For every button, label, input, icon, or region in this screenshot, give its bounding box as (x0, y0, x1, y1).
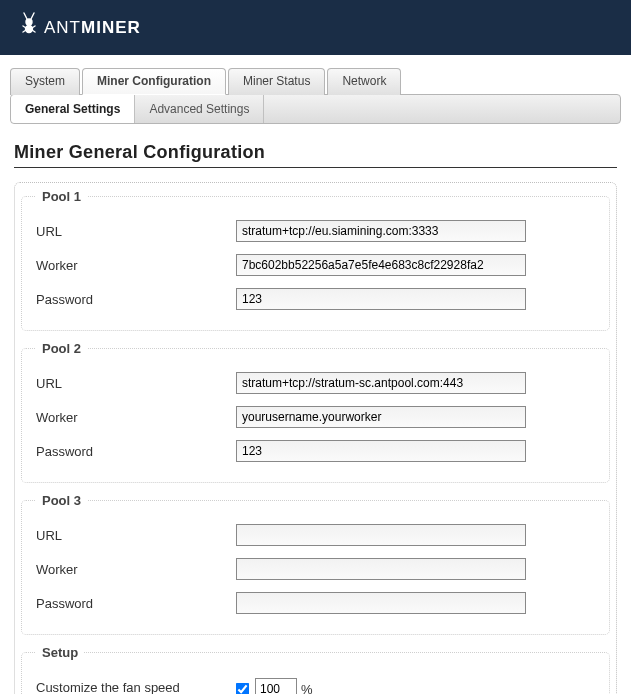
tab-miner-status[interactable]: Miner Status (228, 68, 325, 95)
pool-2-url-label: URL (36, 376, 236, 391)
pool-1-url-label: URL (36, 224, 236, 239)
pool-1-password-label: Password (36, 292, 236, 307)
pool-1-worker-label: Worker (36, 258, 236, 273)
pool-1-worker-input[interactable] (236, 254, 526, 276)
pool-1-fieldset: Pool 1 URL Worker Password (21, 189, 610, 331)
pool-2-worker-label: Worker (36, 410, 236, 425)
pool-1-url-input[interactable] (236, 220, 526, 242)
pool-3-fieldset: Pool 3 URL Worker Password (21, 493, 610, 635)
pool-2-worker-input[interactable] (236, 406, 526, 428)
title-rule (14, 167, 617, 168)
pool-2-legend: Pool 2 (36, 341, 87, 356)
pool-2-password-label: Password (36, 444, 236, 459)
brand-logo: ANTMINER (18, 10, 613, 38)
pool-1-password-input[interactable] (236, 288, 526, 310)
pool-2-fieldset: Pool 2 URL Worker Password (21, 341, 610, 483)
pool-3-password-input[interactable] (236, 592, 526, 614)
config-panel: Pool 1 URL Worker Password Pool 2 URL W (14, 182, 617, 694)
subtab-general-settings[interactable]: General Settings (11, 95, 135, 123)
tab-network[interactable]: Network (327, 68, 401, 95)
svg-point-0 (26, 19, 32, 25)
pool-3-password-label: Password (36, 596, 236, 611)
subtab-advanced-settings[interactable]: Advanced Settings (135, 95, 264, 123)
main-tab-bar: System Miner Configuration Miner Status … (10, 67, 621, 94)
setup-legend: Setup (36, 645, 84, 660)
fan-speed-input[interactable] (255, 678, 297, 694)
antminer-ant-icon (18, 10, 40, 38)
pool-3-worker-input[interactable] (236, 558, 526, 580)
pool-3-worker-label: Worker (36, 562, 236, 577)
sub-tab-bar: General Settings Advanced Settings (10, 94, 621, 124)
page-title: Miner General Configuration (14, 142, 617, 163)
fan-speed-label: Customize the fan speed percentage (36, 678, 236, 694)
pool-1-legend: Pool 1 (36, 189, 87, 204)
tab-system[interactable]: System (10, 68, 80, 95)
fan-speed-checkbox[interactable] (236, 682, 250, 694)
percent-sign: % (301, 682, 313, 695)
brand-text: ANTMINER (44, 18, 141, 38)
pool-3-url-input[interactable] (236, 524, 526, 546)
pool-2-password-input[interactable] (236, 440, 526, 462)
pool-3-url-label: URL (36, 528, 236, 543)
setup-fieldset: Setup Customize the fan speed percentage… (21, 645, 610, 694)
pool-2-url-input[interactable] (236, 372, 526, 394)
svg-point-1 (26, 26, 33, 33)
tab-miner-configuration[interactable]: Miner Configuration (82, 68, 226, 95)
pool-3-legend: Pool 3 (36, 493, 87, 508)
app-header: ANTMINER (0, 0, 631, 55)
